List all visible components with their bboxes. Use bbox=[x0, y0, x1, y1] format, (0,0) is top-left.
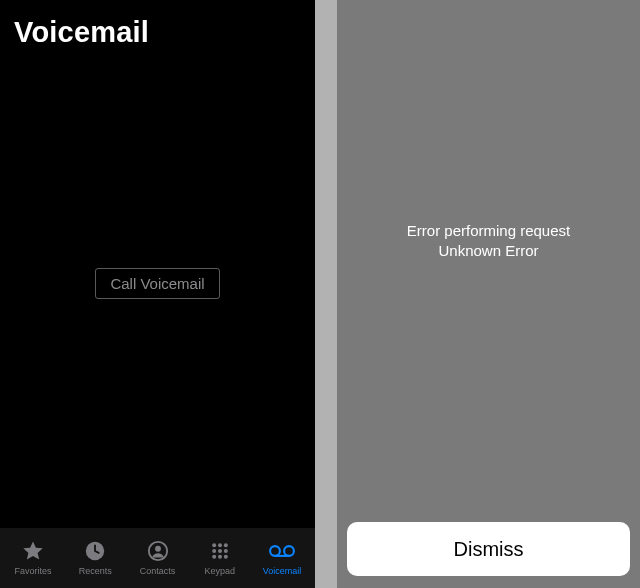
error-sheet: Error performing request Unknown Error D… bbox=[337, 0, 640, 588]
clock-icon bbox=[81, 538, 109, 564]
call-voicemail-button[interactable]: Call Voicemail bbox=[95, 268, 219, 299]
error-message: Error performing request Unknown Error bbox=[337, 0, 640, 522]
svg-point-9 bbox=[212, 555, 216, 559]
error-line-1: Error performing request bbox=[407, 221, 570, 241]
page-title: Voicemail bbox=[0, 0, 315, 49]
svg-point-12 bbox=[270, 546, 280, 556]
tab-recents[interactable]: Recents bbox=[64, 538, 126, 576]
screen-divider bbox=[315, 0, 337, 588]
tab-label-recents: Recents bbox=[79, 566, 112, 576]
keypad-icon bbox=[206, 538, 234, 564]
svg-point-6 bbox=[212, 549, 216, 553]
error-line-2: Unknown Error bbox=[438, 241, 538, 261]
tab-voicemail[interactable]: Voicemail bbox=[251, 538, 313, 576]
tab-label-favorites: Favorites bbox=[15, 566, 52, 576]
voicemail-body: Call Voicemail bbox=[0, 49, 315, 528]
tab-label-contacts: Contacts bbox=[140, 566, 176, 576]
svg-point-4 bbox=[218, 543, 222, 547]
svg-point-5 bbox=[224, 543, 228, 547]
star-icon bbox=[19, 538, 47, 564]
tab-keypad[interactable]: Keypad bbox=[189, 538, 251, 576]
tab-contacts[interactable]: Contacts bbox=[126, 538, 188, 576]
svg-point-10 bbox=[218, 555, 222, 559]
tab-label-keypad: Keypad bbox=[204, 566, 235, 576]
dismiss-button[interactable]: Dismiss bbox=[347, 522, 630, 576]
svg-point-8 bbox=[224, 549, 228, 553]
svg-point-2 bbox=[155, 546, 161, 552]
tab-bar: Favorites Recents Contacts Keypad bbox=[0, 528, 315, 588]
contact-icon bbox=[144, 538, 172, 564]
svg-point-13 bbox=[284, 546, 294, 556]
voicemail-screen: Voicemail Call Voicemail Favorites Recen… bbox=[0, 0, 315, 588]
svg-point-11 bbox=[224, 555, 228, 559]
tab-favorites[interactable]: Favorites bbox=[2, 538, 64, 576]
voicemail-icon bbox=[268, 538, 296, 564]
svg-point-3 bbox=[212, 543, 216, 547]
svg-point-7 bbox=[218, 549, 222, 553]
tab-label-voicemail: Voicemail bbox=[263, 566, 302, 576]
